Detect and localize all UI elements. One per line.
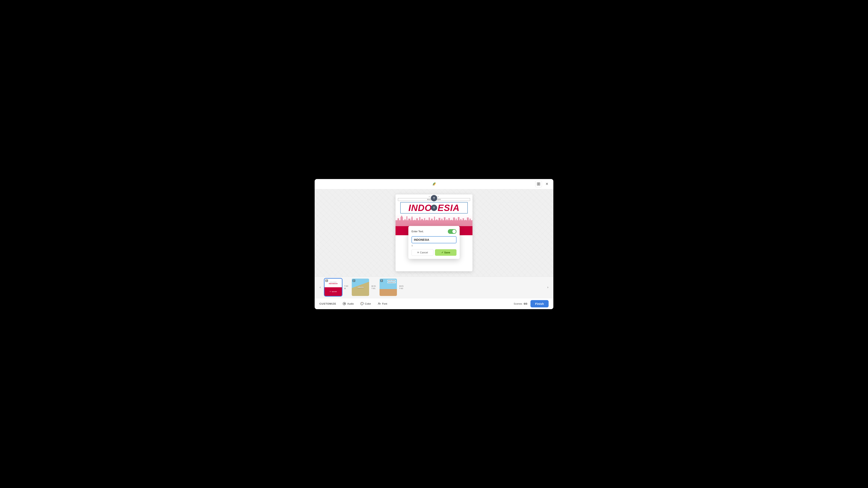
cancel-button[interactable]: ✕ Cancel <box>411 249 433 256</box>
thumbnail-strip: ‹ 1 DISCOVER INDONESIA Splendid <box>315 276 553 298</box>
svg-rect-2 <box>537 184 538 185</box>
svg-rect-15 <box>419 217 421 226</box>
svg-marker-12 <box>411 216 413 218</box>
svg-rect-29 <box>453 218 455 226</box>
svg-rect-28 <box>451 220 452 226</box>
thumb-num-3: 3 <box>380 280 383 282</box>
svg-rect-30 <box>456 219 457 226</box>
indonesia-wrapper: INDOTESIA T <box>400 202 468 214</box>
svg-rect-24 <box>441 219 442 226</box>
svg-rect-25 <box>444 217 445 226</box>
thumb2-meta-text: T 0/1 <box>371 288 375 289</box>
header: ✕ <box>315 179 553 189</box>
scenes-count: 0/3 <box>524 302 527 305</box>
svg-rect-21 <box>434 217 435 226</box>
logo-icon <box>431 181 437 187</box>
thumb2-meta-img: ⊞ 0/1 <box>371 285 376 287</box>
popup-actions: ✕ Cancel ✓ Save <box>411 249 457 256</box>
skyline-svg <box>396 214 472 226</box>
finish-button[interactable]: Finish <box>530 300 549 307</box>
thumb-num-2: 2 <box>352 280 355 282</box>
svg-rect-33 <box>463 218 464 226</box>
thumb1-meta-img: ⊞ <box>344 288 346 289</box>
thumb3-meta-img: ⊞ 0/1 <box>399 285 404 287</box>
header-actions: ✕ <box>535 181 550 187</box>
svg-rect-27 <box>448 218 450 226</box>
enter-text-toggle[interactable] <box>448 229 457 234</box>
text-input-field[interactable] <box>411 236 457 243</box>
bottom-toolbar: CUSTOMIZE Audio Color <box>315 298 553 309</box>
svg-point-42 <box>361 304 362 304</box>
svg-rect-13 <box>414 220 415 226</box>
svg-rect-5 <box>398 218 399 226</box>
popup-header: Enter Text. <box>411 229 457 234</box>
prev-arrow[interactable]: ‹ <box>317 285 323 290</box>
thumbnail-1[interactable]: 1 DISCOVER INDONESIA Splendid <box>324 279 342 296</box>
svg-rect-8 <box>404 219 406 226</box>
svg-rect-22 <box>436 220 437 226</box>
svg-rect-35 <box>467 218 469 226</box>
svg-rect-14 <box>416 218 418 226</box>
t-icon-rediscover[interactable]: T <box>431 195 437 201</box>
audio-label: Audio <box>347 302 354 305</box>
save-button[interactable]: ✓ Save <box>435 249 457 256</box>
svg-rect-11 <box>411 218 413 226</box>
svg-rect-3 <box>539 184 540 185</box>
svg-rect-19 <box>429 218 430 226</box>
customize-label[interactable]: CUSTOMIZE <box>319 302 336 305</box>
rediscover-wrapper: REDITCOVER T <box>398 198 470 201</box>
svg-rect-18 <box>426 220 428 226</box>
thumb1-meta-text: T 0/2 <box>344 285 348 287</box>
cancel-label: Cancel <box>420 251 428 254</box>
app-window: ✕ DISCOVER REDITCOVER T <box>315 179 553 309</box>
svg-rect-26 <box>446 219 447 226</box>
toolbar-right: Scenes 0/3 Finish <box>514 300 549 307</box>
svg-rect-9 <box>406 216 407 226</box>
save-check-icon: ✓ <box>441 251 443 254</box>
audio-item[interactable]: Audio <box>342 302 354 305</box>
app-logo <box>431 181 437 187</box>
svg-rect-10 <box>408 219 410 226</box>
main-canvas: DISCOVER REDITCOVER T INDOTESIA T <box>315 189 553 276</box>
next-arrow[interactable]: › <box>545 285 551 290</box>
font-item[interactable]: Font <box>377 302 387 305</box>
svg-rect-32 <box>460 219 461 226</box>
color-icon <box>360 302 364 305</box>
thumb-jakarta-label: Jakarta <box>357 286 364 288</box>
svg-rect-17 <box>424 218 425 226</box>
cancel-x-icon: ✕ <box>417 251 419 254</box>
color-item[interactable]: Color <box>360 302 371 305</box>
thumbnail-2[interactable]: 2 Jakarta <box>352 279 369 296</box>
layout-button[interactable] <box>535 181 542 187</box>
thumb-num-1: 1 <box>325 280 328 282</box>
char-counter: 9 <box>411 245 457 247</box>
svg-rect-20 <box>431 219 433 226</box>
svg-point-40 <box>362 303 362 303</box>
slide-top: DISCOVER REDITCOVER T INDOTESIA T <box>396 194 472 214</box>
svg-rect-31 <box>458 217 460 226</box>
canvas-container: DISCOVER REDITCOVER T INDOTESIA T <box>392 191 476 275</box>
thumb3-meta-text: T 0/2 <box>399 288 403 289</box>
layout-icon <box>537 183 540 186</box>
audio-icon <box>342 302 346 305</box>
t-icon-indonesia[interactable]: T <box>431 205 437 211</box>
text-entry-popup: Enter Text. 9 ✕ Cancel ✓ Save <box>408 226 460 259</box>
svg-marker-7 <box>400 215 403 217</box>
svg-rect-1 <box>539 183 540 184</box>
svg-rect-23 <box>438 218 440 226</box>
scenes-info: Scenes 0/3 <box>514 302 527 305</box>
popup-title: Enter Text. <box>411 230 424 233</box>
svg-rect-0 <box>537 183 538 184</box>
close-button[interactable]: ✕ <box>544 181 550 187</box>
svg-rect-6 <box>400 217 403 226</box>
svg-rect-36 <box>469 219 471 226</box>
svg-point-39 <box>361 303 362 303</box>
color-label: Color <box>365 302 371 305</box>
skyline-illustration <box>396 214 472 226</box>
svg-rect-34 <box>465 220 466 226</box>
svg-point-41 <box>362 303 363 303</box>
save-label: Save <box>444 251 450 254</box>
font-icon <box>377 302 381 305</box>
thumbnail-3[interactable]: 3 BOOK NOW! Splendidair.com <box>379 279 397 296</box>
toolbar-left: CUSTOMIZE Audio Color <box>319 302 387 305</box>
